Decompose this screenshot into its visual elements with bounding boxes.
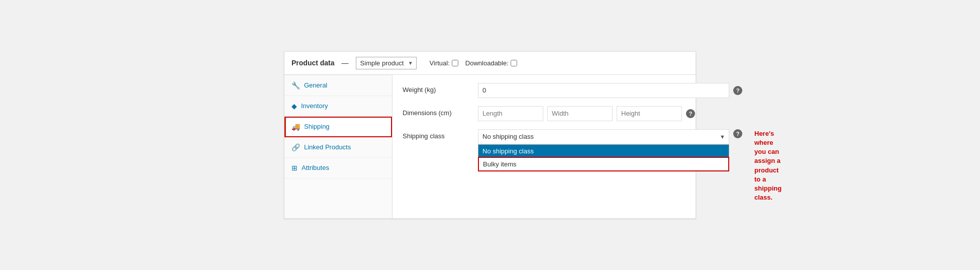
dimensions-label: Dimensions (cm) [403,106,478,117]
weight-help-icon[interactable]: ? [733,86,742,95]
product-type-wrapper[interactable]: Simple product [356,57,417,69]
dimensions-controls: ? [478,106,781,121]
virtual-label[interactable]: Virtual: [430,59,458,67]
sidebar-item-label: General [304,81,327,89]
product-type-select[interactable]: Simple product [356,57,417,69]
sidebar-item-attributes[interactable]: ⊞ Attributes [284,158,392,178]
panel-title: Product data [291,59,335,67]
sidebar-item-inventory[interactable]: ◆ Inventory [284,96,392,117]
downloadable-label[interactable]: Downloadable: [465,59,517,67]
shipping-class-dropdown: No shipping class Bulky items [478,144,729,171]
sidebar-item-label: Attributes [302,164,329,171]
panel-body: 🔧 General ◆ Inventory 🚚 Shipping 🔗 Linke… [284,75,696,219]
weight-label: Weight (kg) [403,83,478,94]
shipping-class-help-icon[interactable]: ? [733,129,742,138]
shipping-class-select[interactable]: No shipping class Bulky items [478,129,729,144]
shipping-class-controls: No shipping class Bulky items ▼ No shipp… [478,129,781,203]
length-input[interactable] [478,106,543,121]
shipping-icon: 🚚 [291,123,300,131]
sidebar-item-label: Shipping [304,123,330,130]
panel-dash: — [342,59,349,67]
shipping-class-annotation: Here's where you can assign a product to… [754,129,781,203]
wrench-icon: 🔧 [291,81,300,89]
weight-controls: ? [478,83,781,98]
sidebar-item-label: Linked Products [304,143,351,151]
sidebar-item-general[interactable]: 🔧 General [284,75,392,96]
sidebar-item-label: Inventory [301,102,328,110]
shipping-class-label: Shipping class [403,129,478,140]
downloadable-checkbox[interactable] [511,60,517,66]
height-input[interactable] [617,106,682,121]
sidebar-item-linked-products[interactable]: 🔗 Linked Products [284,137,392,158]
dimensions-help-icon[interactable]: ? [686,109,695,118]
shipping-class-dropdown-wrapper: No shipping class Bulky items ▼ No shipp… [478,129,729,144]
virtual-checkbox[interactable] [452,60,458,66]
table-icon: ⊞ [291,164,298,172]
shipping-class-select-wrapper: No shipping class Bulky items ▼ [478,129,729,144]
panel-header: Product data — Simple product Virtual: D… [284,52,696,75]
dropdown-item-no-shipping[interactable]: No shipping class [478,145,729,157]
link-icon: 🔗 [291,143,300,151]
shipping-class-row: Shipping class No shipping class Bulky i… [403,129,781,203]
sidebar: 🔧 General ◆ Inventory 🚚 Shipping 🔗 Linke… [284,75,393,219]
product-data-panel: Product data — Simple product Virtual: D… [284,51,696,219]
sidebar-item-shipping[interactable]: 🚚 Shipping [284,117,392,137]
inventory-icon: ◆ [291,102,297,110]
content-area: Weight (kg) ? Dimensions (cm) ? Shipping [393,75,792,219]
width-input[interactable] [547,106,613,121]
shipping-class-container: No shipping class Bulky items ▼ No shipp… [478,129,781,203]
dimensions-row: Dimensions (cm) ? [403,106,781,121]
weight-row: Weight (kg) ? [403,83,781,98]
virtual-downloadable-group: Virtual: Downloadable: [430,59,517,67]
weight-input[interactable] [478,83,729,98]
dropdown-item-bulky[interactable]: Bulky items [478,157,729,171]
